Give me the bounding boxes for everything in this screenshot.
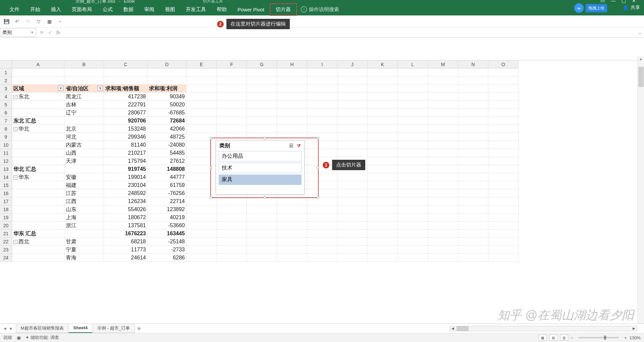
cell-O3[interactable]	[488, 85, 519, 93]
cell-I1[interactable]	[307, 68, 337, 77]
cell-F17[interactable]	[217, 197, 247, 205]
cell-F21[interactable]	[217, 230, 247, 238]
cell-A23[interactable]	[12, 246, 64, 254]
cell-D14[interactable]: 44777	[148, 173, 186, 181]
cell-O7[interactable]	[488, 117, 519, 125]
row-header-4[interactable]: 4	[0, 93, 12, 101]
cell-O4[interactable]	[488, 93, 519, 101]
cell-C22[interactable]: 68218	[104, 238, 148, 246]
cell-B13[interactable]	[64, 165, 104, 173]
redo-button[interactable]: ↷	[24, 18, 32, 25]
cell-N4[interactable]	[458, 93, 488, 101]
cell-A8[interactable]: −华北	[12, 125, 64, 133]
cell-M23[interactable]	[428, 246, 458, 254]
scroll-right-icon[interactable]: ►	[631, 326, 637, 331]
cell-O12[interactable]	[488, 157, 519, 165]
cell-L3[interactable]	[398, 85, 428, 93]
cell-D19[interactable]: 40219	[148, 213, 186, 222]
cell-I6[interactable]	[307, 109, 337, 117]
cell-B19[interactable]: 上海	[64, 213, 104, 222]
cell-M15[interactable]	[428, 181, 458, 189]
cell-A11[interactable]	[12, 149, 64, 157]
cell-B16[interactable]: 江苏	[64, 189, 104, 197]
cell-D15[interactable]: 61759	[148, 181, 186, 189]
slicer-clear-filter-icon[interactable]: ⧩	[297, 143, 301, 149]
cell-C14[interactable]: 199014	[104, 173, 148, 181]
cell-L2[interactable]	[398, 77, 428, 85]
name-box[interactable]: 类别 ▼	[0, 28, 36, 37]
cell-B21[interactable]	[64, 230, 104, 238]
cell-I4[interactable]	[307, 93, 337, 101]
ribbon-tab-开发工具[interactable]: 开发工具	[180, 4, 211, 15]
cell-N23[interactable]	[458, 246, 488, 254]
row-header-20[interactable]: 20	[0, 222, 12, 230]
tell-me-icon[interactable]: ♀	[301, 6, 307, 12]
cell-A10[interactable]	[12, 141, 64, 149]
cell-C21[interactable]: 1676223	[104, 230, 148, 238]
cell-I7[interactable]	[307, 117, 337, 125]
ribbon-tab-开始[interactable]: 开始	[25, 4, 46, 15]
macro-record-icon[interactable]: ▣	[17, 335, 21, 340]
cell-B11[interactable]: 山西	[64, 149, 104, 157]
row-header-8[interactable]: 8	[0, 125, 12, 133]
cell-O11[interactable]	[488, 149, 519, 157]
cell-A2[interactable]	[12, 77, 64, 85]
cell-K5[interactable]	[368, 101, 398, 109]
row-header-7[interactable]: 7	[0, 117, 12, 125]
cell-N10[interactable]	[458, 141, 488, 149]
cell-O5[interactable]	[488, 101, 519, 109]
cell-K6[interactable]	[368, 109, 398, 117]
ribbon-tab-页面布局[interactable]: 页面布局	[66, 4, 97, 15]
slicer[interactable]: 类别 ☵ ⧩ 办公用品技术家具	[216, 140, 305, 195]
sheet-nav[interactable]: ◄►	[0, 326, 16, 331]
cell-C13[interactable]: 919745	[104, 165, 148, 173]
row-header-19[interactable]: 19	[0, 213, 12, 222]
cell-H7[interactable]	[277, 117, 307, 125]
cell-B10[interactable]: 内蒙古	[64, 141, 104, 149]
cell-D20[interactable]: -53660	[148, 222, 186, 230]
cell-L21[interactable]	[398, 230, 428, 238]
cell-F23[interactable]	[217, 246, 247, 254]
cell-O9[interactable]	[488, 133, 519, 141]
cell-M4[interactable]	[428, 93, 458, 101]
ribbon-tab-审阅[interactable]: 审阅	[139, 4, 160, 15]
cell-B14[interactable]: 安徽	[64, 173, 104, 181]
col-header-J[interactable]: J	[337, 60, 368, 68]
row-header-21[interactable]: 21	[0, 230, 12, 238]
cell-A4[interactable]: −东北	[12, 93, 64, 101]
tell-me-text[interactable]: 操作说明搜索	[309, 6, 339, 13]
cell-I2[interactable]	[307, 77, 337, 85]
cell-A15[interactable]	[12, 181, 64, 189]
cell-K3[interactable]	[368, 85, 398, 93]
cell-O1[interactable]	[488, 68, 519, 77]
cell-F1[interactable]	[217, 68, 247, 77]
cell-K15[interactable]	[368, 181, 398, 189]
cell-L1[interactable]	[398, 68, 428, 77]
cell-D18[interactable]: 123892	[148, 205, 186, 213]
touch-mode-button[interactable]: ▦	[46, 18, 53, 25]
cell-L15[interactable]	[398, 181, 428, 189]
fx-icon[interactable]: fx	[56, 30, 60, 35]
cell-B2[interactable]	[64, 77, 104, 85]
cell-J17[interactable]	[337, 197, 368, 205]
cell-A20[interactable]	[12, 222, 64, 230]
resize-handle[interactable]	[210, 137, 212, 140]
cell-J22[interactable]	[337, 238, 368, 246]
cell-O10[interactable]	[488, 141, 519, 149]
cell-F22[interactable]	[217, 238, 247, 246]
cell-N5[interactable]	[458, 101, 488, 109]
cell-D2[interactable]	[148, 77, 186, 85]
ribbon-tab-数据[interactable]: 数据	[118, 4, 139, 15]
cell-H23[interactable]	[277, 246, 307, 254]
cell-I19[interactable]	[307, 213, 337, 222]
row-header-9[interactable]: 9	[0, 133, 12, 141]
cell-C7[interactable]: 920706	[104, 117, 148, 125]
cell-O19[interactable]	[488, 213, 519, 222]
cell-D21[interactable]: 163445	[148, 230, 186, 238]
cell-C19[interactable]: 180672	[104, 213, 148, 222]
add-sheet-button[interactable]: ⊕	[135, 326, 143, 331]
cell-F18[interactable]	[217, 205, 247, 213]
cell-N11[interactable]	[458, 149, 488, 157]
cell-D24[interactable]: 6286	[148, 254, 186, 262]
cell-D7[interactable]: 72684	[148, 117, 186, 125]
